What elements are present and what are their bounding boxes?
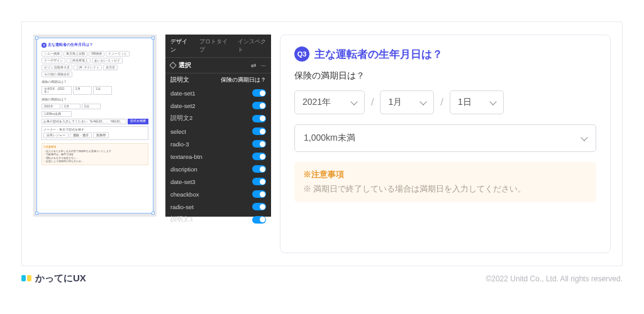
property-toggle[interactable]	[252, 89, 266, 97]
inspector-property-row: 説明文2	[165, 112, 271, 125]
component-icon	[169, 62, 176, 68]
notice-box: ※注意事項 ※ 満期日で終了している場合は満期日を入力してください。	[294, 162, 596, 202]
day-select[interactable]: 1日	[450, 90, 504, 114]
preview-company-grid: ソニー損保東京海上日動SBI損保チューリッヒイーデザイン三井住友海上あいおい ニ…	[40, 51, 150, 77]
chevron-down-icon	[420, 98, 427, 105]
property-toggle[interactable]	[252, 216, 266, 224]
copyright: ©2022 Unitd Co., Ltd. All rights reserve…	[486, 274, 623, 283]
month-select[interactable]: 1月	[380, 90, 434, 114]
inspector-tabs: デザインプロトタイプインスペクト	[165, 35, 271, 58]
notice-title: ※注意事項	[303, 170, 587, 180]
inspector-property-row: date-set1	[165, 87, 271, 99]
property-label: select	[170, 128, 186, 135]
inspector-property-row: date-set2	[165, 99, 271, 112]
inspector-property-row: select	[165, 125, 271, 138]
inspector-property-row: textarea-btn	[165, 150, 271, 163]
question-subtitle: 保険の満期日は？	[294, 70, 596, 82]
page-footer: かってにUX ©2022 Unitd Co., Ltd. All rights …	[0, 266, 644, 284]
inspector-property-row: cheackbox	[165, 188, 271, 200]
preview-company-chip: 三井住友海上	[67, 58, 91, 63]
preview-company-chip: ソニー損保	[42, 51, 62, 57]
preview-company-chip: その他の 保険会社	[42, 72, 72, 77]
year-select[interactable]: 2021年	[294, 90, 365, 114]
content-card: Q主な運転者の生年月日は？ ソニー損保東京海上日動SBI損保チューリッヒイーデザ…	[21, 21, 623, 266]
preview-company-chip: 東京海上日動	[64, 51, 87, 57]
property-label: textarea-btn	[170, 153, 203, 160]
notice-body: ※ 満期日で終了している場合は満期日を入力してください。	[303, 184, 587, 195]
distance-select[interactable]: 1,000km未満	[294, 124, 596, 152]
design-preview: Q主な運転者の生年月日は？ ソニー損保東京海上日動SBI損保チューリッヒイーデザ…	[33, 35, 157, 217]
preview-selected-frame[interactable]: Q主な運転者の生年月日は？ ソニー損保東京海上日動SBI損保チューリッヒイーデザ…	[36, 38, 153, 214]
property-label: date-set2	[170, 102, 196, 109]
question-header: Q3 主な運転者の生年月日は？	[294, 46, 596, 62]
chevron-down-icon	[580, 134, 587, 141]
preview-company-chip: SBI損保	[89, 51, 104, 57]
inspector-tab[interactable]: インスペクト	[233, 35, 271, 57]
property-toggle[interactable]	[252, 153, 266, 160]
swap-icon[interactable]: ⇄	[251, 62, 256, 69]
property-label: radio-set	[170, 203, 194, 210]
property-label: date-set3	[170, 178, 196, 185]
brand-logo-icon	[21, 274, 31, 284]
property-toggle[interactable]	[252, 140, 266, 148]
inspector-header-row: 説明文 保険の満期日は？	[165, 73, 271, 87]
property-label: radio-3	[170, 141, 189, 148]
question-title: 主な運転者の生年月日は？	[314, 47, 443, 62]
question-form: Q3 主な運転者の生年月日は？ 保険の満期日は？ 2021年 / 1月 / 1日…	[280, 35, 611, 253]
inspector-panel: デザインプロトタイプインスペクト 選択 ⇄ ··· 説明文 保険の満期日は？ d…	[165, 35, 271, 217]
inspector-tab[interactable]: デザイン	[165, 35, 194, 57]
preview-company-chip: あいおい ニッセイ	[92, 58, 123, 63]
preview-company-chip: セゾン 自動車火災	[42, 65, 72, 70]
property-toggle[interactable]	[252, 178, 266, 185]
inspector-section-title: 選択	[179, 61, 191, 70]
property-toggle[interactable]	[252, 190, 266, 198]
property-toggle[interactable]	[252, 115, 266, 122]
property-label: discription	[170, 166, 197, 173]
property-label: 説明文2	[170, 114, 192, 122]
preview-title: 主な運転者の生年月日は？	[48, 42, 93, 48]
brand: かってにUX	[21, 273, 86, 284]
property-toggle[interactable]	[252, 165, 266, 173]
inspector-property-row: date-set3	[165, 175, 271, 188]
inspector-property-row: radio-set	[165, 200, 271, 213]
inspector-tab[interactable]: プロトタイプ	[194, 35, 233, 57]
property-toggle[interactable]	[252, 203, 266, 210]
question-number-badge: Q3	[294, 46, 309, 62]
chevron-down-icon	[489, 98, 496, 105]
more-icon[interactable]: ···	[261, 62, 266, 69]
property-label: date-set1	[170, 90, 196, 97]
brand-name: かってにUX	[35, 273, 86, 284]
property-toggle[interactable]	[252, 102, 266, 109]
preview-company-chip: イーデザイン	[42, 58, 65, 63]
preview-company-chip: 全労災	[103, 65, 118, 70]
preview-company-chip: 三井 ダイレクト	[74, 65, 101, 70]
preview-company-chip: チューリッヒ	[106, 51, 130, 57]
property-label: cheackbox	[170, 191, 199, 198]
date-select-row: 2021年 / 1月 / 1日	[294, 90, 596, 114]
inspector-property-row: discription	[165, 163, 271, 175]
inspector-property-row: 説明文3	[165, 213, 271, 226]
inspector-property-row: radio-3	[165, 138, 271, 150]
property-label: 説明文3	[170, 215, 192, 224]
property-toggle[interactable]	[252, 127, 266, 135]
chevron-down-icon	[350, 98, 357, 105]
